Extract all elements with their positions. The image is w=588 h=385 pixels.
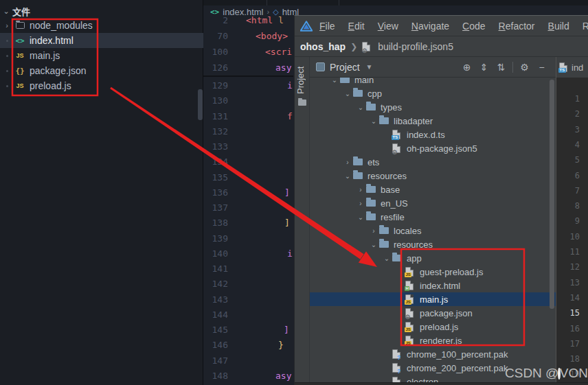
tree-item-en_US[interactable]: ›en_US bbox=[310, 196, 556, 210]
editor-line[interactable]: 136] bbox=[203, 185, 294, 200]
editor-line-number: 7 bbox=[556, 185, 580, 196]
pak-file-icon: ? bbox=[392, 363, 405, 373]
chevron-right-icon[interactable]: › bbox=[368, 227, 379, 235]
tree-item-resources[interactable]: ⌄resources bbox=[310, 237, 556, 251]
editor-tab-label[interactable]: ind bbox=[572, 62, 583, 73]
editor-line[interactable]: 138] bbox=[203, 215, 294, 231]
editor-line[interactable]: 100<scri bbox=[203, 45, 294, 60]
tree-item-main[interactable]: ⌄main bbox=[310, 78, 556, 86]
editor-line[interactable]: 142 bbox=[203, 277, 294, 292]
chevron-down-icon[interactable]: ⌄ bbox=[381, 255, 392, 262]
deveco-studio-window: FileEditViewNavigateCodeRefactorBuildRun… bbox=[294, 15, 588, 385]
menu-build[interactable]: Build bbox=[548, 21, 569, 32]
chevron-right-icon[interactable]: › bbox=[355, 200, 366, 207]
editor-line[interactable]: 133 bbox=[203, 139, 294, 154]
tree-scrollbar[interactable] bbox=[550, 80, 554, 309]
collapse-all-icon[interactable]: ⇅ bbox=[493, 62, 510, 73]
chevron-down-icon[interactable]: ▼ bbox=[366, 63, 373, 71]
tree-item-oh-package.json5[interactable]: ⚙oh-package.json5 bbox=[310, 141, 556, 155]
menu-refactor[interactable]: Refactor bbox=[499, 21, 535, 32]
tree-item-cpp[interactable]: ⌄cpp bbox=[310, 86, 556, 100]
ts-file-icon: TS bbox=[559, 62, 572, 72]
tree-item-label: base bbox=[381, 185, 400, 195]
menu-run[interactable]: Run bbox=[583, 21, 588, 32]
menu-edit[interactable]: Edit bbox=[348, 21, 365, 32]
editor-line[interactable]: 144 bbox=[203, 307, 294, 323]
editor-line[interactable]: 147 bbox=[203, 353, 294, 369]
menu-view[interactable]: View bbox=[378, 21, 398, 32]
chevron-down-icon[interactable]: ⌄ bbox=[342, 90, 353, 97]
tree-item-main.js[interactable]: JSmain.js bbox=[310, 292, 556, 306]
tree-item-chrome_100_percent.pak[interactable]: ?chrome_100_percent.pak bbox=[310, 347, 556, 361]
tree-item-base[interactable]: ›base bbox=[310, 183, 556, 196]
settings-icon[interactable]: ⚙ bbox=[516, 62, 533, 73]
tree-item-ets[interactable]: ›ets bbox=[310, 155, 556, 169]
chevron-down-icon[interactable]: ⌄ bbox=[368, 117, 379, 125]
editor-tab[interactable]: TS ind bbox=[556, 57, 588, 78]
tree-item-index.d.ts[interactable]: TSindex.d.ts bbox=[310, 128, 556, 141]
explorer-section-header[interactable]: ⌄ 文件 bbox=[0, 4, 203, 18]
explorer-scrollbar[interactable] bbox=[198, 89, 203, 120]
tree-item-locales[interactable]: ›locales bbox=[310, 224, 556, 237]
breadcrumb-file[interactable]: build-profile.json5 bbox=[378, 41, 453, 52]
editor-line[interactable]: 141 bbox=[203, 261, 294, 277]
editor-line[interactable]: 132 bbox=[203, 124, 294, 139]
menu-code[interactable]: Code bbox=[462, 21, 485, 32]
editor-line[interactable]: 130 bbox=[203, 93, 294, 108]
tree-item-preload.js[interactable]: JSpreload.js bbox=[310, 320, 556, 334]
code-text: ] bbox=[284, 323, 289, 338]
json5-file-icon: ⚙ bbox=[392, 143, 405, 153]
tree-item-app[interactable]: ⌄app bbox=[310, 251, 556, 265]
editor-line[interactable]: 2<html l bbox=[203, 13, 294, 28]
menu-file[interactable]: File bbox=[319, 21, 335, 32]
editor-line[interactable]: 148asy bbox=[203, 369, 294, 384]
locate-icon[interactable]: ⊕ bbox=[458, 62, 475, 73]
js-icon: JS bbox=[14, 50, 26, 61]
file-badge: ⚙ bbox=[391, 150, 398, 155]
hide-icon[interactable]: − bbox=[533, 62, 550, 73]
tree-item-renderer.js[interactable]: JSrenderer.js bbox=[310, 334, 556, 347]
chevron-down-icon[interactable]: ⌄ bbox=[355, 213, 366, 221]
explorer-item-index.html[interactable]: <>index.html bbox=[0, 33, 203, 48]
editor-line[interactable]: 140i bbox=[203, 246, 294, 261]
folder-icon bbox=[379, 227, 392, 234]
line-number: 145 bbox=[203, 323, 228, 338]
breadcrumb-project[interactable]: ohos_hap bbox=[300, 41, 346, 52]
editor-line[interactable]: 137 bbox=[203, 200, 294, 215]
editor-line-number: 6 bbox=[556, 170, 580, 181]
editor-line[interactable]: 146} bbox=[203, 338, 294, 353]
tree-item-index.html[interactable]: Hindex.html bbox=[310, 279, 556, 292]
editor-line[interactable]: 129i bbox=[203, 78, 294, 93]
project-panel-title[interactable]: Project bbox=[330, 62, 360, 73]
folder-glyph bbox=[379, 227, 389, 234]
chevron-right-icon[interactable]: › bbox=[342, 159, 353, 166]
chevron-down-icon[interactable]: ⌄ bbox=[355, 104, 366, 111]
explorer-item-node_modules[interactable]: ›node_modules bbox=[0, 18, 203, 33]
explorer-item-main.js[interactable]: JSmain.js bbox=[0, 48, 203, 63]
menu-navigate[interactable]: Navigate bbox=[411, 21, 449, 32]
chevron-down-icon[interactable]: ⌄ bbox=[329, 78, 340, 84]
chevron-right-icon[interactable]: › bbox=[355, 186, 366, 194]
file-badge: JS bbox=[405, 300, 411, 305]
project-stripe-button[interactable]: Project bbox=[295, 61, 309, 100]
chevron-down-icon[interactable]: ⌄ bbox=[342, 172, 353, 180]
editor-line[interactable]: 134 bbox=[203, 154, 294, 170]
editor-line[interactable]: 70<body> bbox=[203, 29, 294, 44]
tree-item-types[interactable]: ⌄types bbox=[310, 100, 556, 114]
editor-line[interactable]: 131f bbox=[203, 109, 294, 124]
tree-item-resources[interactable]: ⌄resources bbox=[310, 169, 556, 183]
tree-item-package.json[interactable]: ⚙package.json bbox=[310, 306, 556, 320]
editor-line[interactable]: 135 bbox=[203, 170, 294, 185]
editor-line[interactable]: 126asy bbox=[203, 60, 294, 75]
editor-line[interactable]: 139 bbox=[203, 231, 294, 246]
chevron-down-icon[interactable]: ⌄ bbox=[368, 241, 379, 248]
watermark-prefix: CSDN @ bbox=[505, 366, 558, 381]
editor-line[interactable]: 145] bbox=[203, 323, 294, 338]
explorer-item-preload.js[interactable]: JSpreload.js bbox=[0, 78, 203, 93]
tree-item-resfile[interactable]: ⌄resfile bbox=[310, 210, 556, 224]
tree-item-libadapter[interactable]: ⌄libadapter bbox=[310, 114, 556, 128]
editor-line[interactable]: 143 bbox=[203, 292, 294, 307]
tree-item-guest-preload.js[interactable]: JSguest-preload.js bbox=[310, 265, 556, 279]
expand-all-icon[interactable]: ⇕ bbox=[475, 62, 493, 73]
explorer-item-package.json[interactable]: {}package.json bbox=[0, 63, 203, 78]
